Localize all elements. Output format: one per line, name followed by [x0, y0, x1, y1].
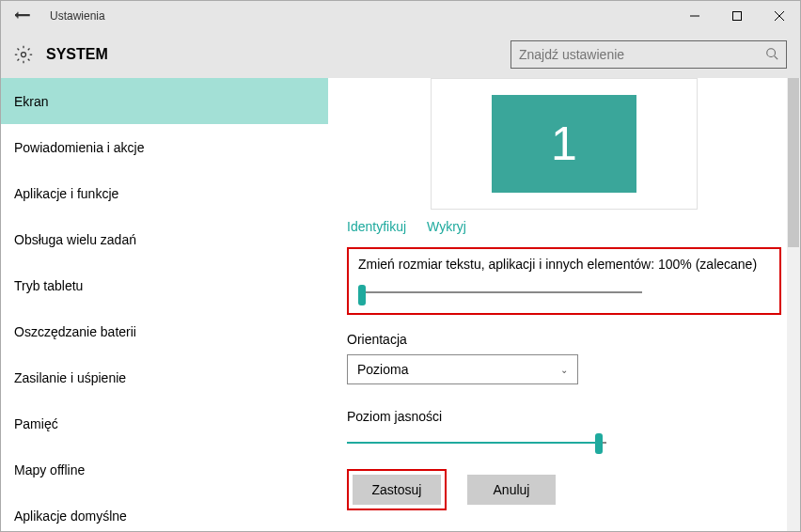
detect-link[interactable]: Wykryj — [427, 219, 466, 234]
window-title: Ustawienia — [50, 9, 105, 23]
sidebar-item-aplikacje[interactable]: Aplikacje i funkcje — [1, 170, 328, 216]
scrollbar-thumb[interactable] — [788, 78, 799, 247]
apply-button[interactable]: Zastosuj — [353, 475, 441, 505]
sidebar-item-label: Oszczędzanie baterii — [14, 324, 136, 339]
sidebar-item-mapy[interactable]: Mapy offline — [1, 446, 328, 493]
brightness-active — [347, 442, 599, 444]
orientation-label: Orientacja — [347, 332, 781, 347]
minimize-button[interactable] — [673, 1, 715, 31]
page-title: SYSTEM — [46, 46, 108, 63]
cancel-button[interactable]: Anuluj — [467, 475, 556, 505]
chevron-down-icon: ⌄ — [560, 365, 568, 375]
sidebar-item-ekran[interactable]: Ekran — [1, 78, 328, 124]
title-bar-left: 🠔 Ustawienia — [8, 7, 105, 26]
header: SYSTEM — [1, 31, 800, 78]
orientation-select[interactable]: Pozioma ⌄ — [347, 354, 578, 384]
maximize-button[interactable] — [715, 1, 758, 31]
slider-track-line — [358, 291, 642, 293]
apply-highlight: Zastosuj — [347, 469, 447, 510]
sidebar-item-label: Pamięć — [14, 416, 58, 431]
brightness-slider[interactable] — [347, 435, 606, 450]
slider-thumb[interactable] — [358, 285, 366, 305]
monitor-number: 1 — [551, 117, 577, 171]
gear-icon — [14, 45, 33, 64]
search-icon — [765, 47, 778, 63]
button-row: Zastosuj Anuluj — [347, 469, 781, 510]
sidebar-item-label: Powiadomienia i akcje — [14, 140, 145, 155]
vertical-scrollbar[interactable] — [787, 78, 800, 531]
title-bar: 🠔 Ustawienia — [1, 1, 800, 31]
scale-label: Zmień rozmiar tekstu, aplikacji i innych… — [358, 257, 770, 272]
sidebar-item-pamiec[interactable]: Pamięć — [1, 400, 328, 446]
window-controls — [673, 1, 800, 31]
search-input[interactable] — [519, 47, 765, 62]
monitor-preview[interactable]: 1 — [431, 78, 698, 210]
sidebar-item-label: Mapy offline — [14, 462, 85, 477]
svg-point-5 — [767, 48, 776, 56]
svg-line-6 — [775, 55, 778, 59]
brightness-thumb[interactable] — [595, 433, 603, 454]
header-left: SYSTEM — [14, 45, 108, 64]
identify-link[interactable]: Identyfikuj — [347, 219, 406, 234]
link-row: Identyfikuj Wykryj — [347, 219, 781, 234]
svg-point-4 — [22, 53, 26, 57]
scale-highlight: Zmień rozmiar tekstu, aplikacji i innych… — [347, 247, 781, 315]
content: Ekran Powiadomienia i akcje Aplikacje i … — [1, 78, 800, 531]
sidebar-item-tryb-tabletu[interactable]: Tryb tabletu — [1, 262, 328, 308]
sidebar-item-label: Ekran — [14, 94, 49, 109]
monitor-1[interactable]: 1 — [492, 95, 636, 193]
sidebar-item-label: Aplikacje i funkcje — [14, 186, 118, 201]
main-panel: 1 Identyfikuj Wykryj Zmień rozmiar tekst… — [328, 78, 800, 531]
svg-rect-1 — [732, 12, 741, 21]
search-box[interactable] — [510, 40, 787, 69]
sidebar-item-label: Obsługa wielu zadań — [14, 232, 136, 247]
close-button[interactable] — [758, 1, 800, 31]
scale-slider[interactable] — [358, 285, 770, 300]
sidebar-item-zasilanie[interactable]: Zasilanie i uśpienie — [1, 354, 328, 400]
brightness-label: Poziom jasności — [347, 409, 781, 424]
back-icon[interactable]: 🠔 — [8, 7, 37, 26]
sidebar-item-aplikacje-domyslne[interactable]: Aplikacje domyślne — [1, 493, 328, 531]
sidebar-item-powiadomienia[interactable]: Powiadomienia i akcje — [1, 124, 328, 170]
sidebar: Ekran Powiadomienia i akcje Aplikacje i … — [1, 78, 328, 531]
orientation-value: Pozioma — [357, 362, 408, 377]
sidebar-item-obsluga[interactable]: Obsługa wielu zadań — [1, 216, 328, 262]
sidebar-item-oszczedzanie[interactable]: Oszczędzanie baterii — [1, 308, 328, 354]
sidebar-item-label: Tryb tabletu — [14, 278, 83, 293]
sidebar-item-label: Zasilanie i uśpienie — [14, 370, 126, 385]
sidebar-item-label: Aplikacje domyślne — [14, 509, 127, 524]
